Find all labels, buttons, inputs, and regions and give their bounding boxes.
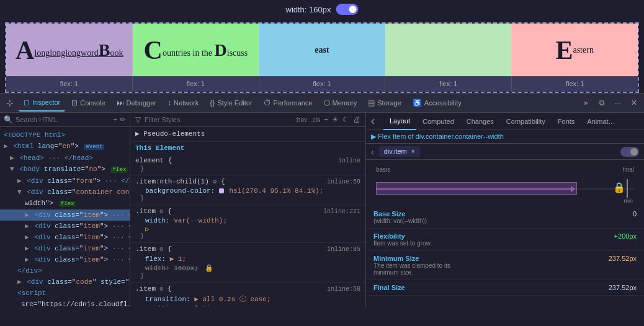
gear-nth-child[interactable]: ⚙ bbox=[213, 178, 217, 185]
tab-performance[interactable]: ⏱ Performance bbox=[259, 94, 318, 112]
tab-console-label: Console bbox=[80, 99, 105, 107]
html-item-3[interactable]: ▶ <div class="item"> ··· </div> bbox=[0, 232, 130, 243]
rule-nth-child: .item:nth-child(1) ⚙ { inline:59 backgro… bbox=[130, 175, 365, 205]
pseudo-hover-btn[interactable]: :hov bbox=[295, 117, 307, 123]
layout-tab-animat[interactable]: Animat… bbox=[581, 113, 621, 130]
layout-tab-fonts[interactable]: Fonts bbox=[552, 113, 581, 130]
prop-base-size: Base Size (width: var(--width)) 0 bbox=[366, 206, 644, 229]
html-code-div[interactable]: ▶ <div class="code" style="…none;"> ··· … bbox=[0, 276, 130, 288]
this-element-header: This Element bbox=[130, 142, 365, 154]
flex-labels-row: flex: 1 flex: 1 flex: 1 flex: 1 flex: 1 bbox=[6, 76, 638, 92]
prop-final-size: Final Size 237.52px bbox=[366, 280, 644, 296]
network-icon: ↕ bbox=[168, 99, 171, 107]
filter-styles-input[interactable] bbox=[145, 116, 292, 123]
panel-toggle[interactable] bbox=[620, 147, 639, 157]
rule-item-transition: .item ⚙ { inline:50 transition: ▶ all 0.… bbox=[130, 283, 365, 307]
flex-label-1: flex: 1 bbox=[6, 76, 133, 92]
html-item-2[interactable]: ▶ <div class="item"> ··· </div> bbox=[0, 221, 130, 232]
flex-diagram-bar: 🔒 min bbox=[376, 177, 634, 201]
tab-memory-label: Memory bbox=[333, 99, 357, 107]
prop-min-size: Minimum Size The item was clamped to its… bbox=[366, 251, 644, 280]
cursor-indicator: ▷ bbox=[135, 225, 360, 233]
html-item-1[interactable]: ▶ <div class="item"> ··· </d bbox=[0, 209, 130, 221]
tab-console[interactable]: ⊡ Console bbox=[66, 94, 110, 112]
width-indicator: width: 160px bbox=[286, 4, 359, 15]
flex-item-4 bbox=[385, 24, 512, 76]
rule-item-width-strike: width: 160px; 🔒 bbox=[135, 263, 360, 273]
add-node-btn[interactable]: + bbox=[113, 115, 117, 124]
dock-btn[interactable]: ⧉ bbox=[594, 95, 609, 110]
layout-subtabs: Layout Computed Changes Compatibility Fo… bbox=[383, 113, 644, 130]
html-item-4[interactable]: ▶ <div class="item"> ··· </div> bbox=[0, 243, 130, 254]
layout-tab-compat[interactable]: Compatibility bbox=[500, 113, 552, 130]
add-rule-btn[interactable]: + bbox=[324, 115, 328, 124]
html-panel: 🔍 + ✏ <!DOCTYPE html> ▶ <html lang="en">… bbox=[0, 113, 130, 307]
pick-element-btn[interactable]: ✏ bbox=[120, 115, 126, 124]
tab-performance-label: Performance bbox=[274, 99, 313, 107]
rule-item-width-prop: width: var(--width); bbox=[135, 216, 360, 225]
current-element-badge[interactable]: div.item ▾ bbox=[379, 146, 420, 157]
memory-icon: ⬡ bbox=[324, 99, 330, 107]
html-container-div[interactable]: ▼ <div class="container cont… bbox=[0, 187, 130, 198]
prop-flexibility: Flexibility Item was set to grow. +200px bbox=[366, 229, 644, 251]
gear-item-transition[interactable]: ⚙ bbox=[160, 286, 164, 293]
gear-item-flex[interactable]: ⚙ bbox=[160, 246, 164, 253]
html-script-src[interactable]: src="https://cdnjs.cloudfl… bbox=[0, 299, 130, 307]
tab-network-label: Network bbox=[174, 99, 199, 107]
html-form-div[interactable]: ▶ <div class="form"> ··· </div> bbox=[0, 175, 130, 187]
storage-icon: ▤ bbox=[368, 99, 375, 107]
search-html-input[interactable] bbox=[16, 116, 110, 123]
filter-icon: ▽ bbox=[135, 115, 141, 124]
tab-network[interactable]: ↕ Network bbox=[163, 94, 203, 112]
layout-tab-layout[interactable]: Layout bbox=[383, 113, 416, 130]
flex-diagram: basis final 🔒 min bbox=[366, 160, 644, 206]
layout-tab-changes[interactable]: Changes bbox=[460, 113, 500, 130]
html-doctype[interactable]: <!DOCTYPE html> bbox=[0, 130, 130, 141]
gear-item-width[interactable]: ⚙ bbox=[160, 208, 164, 215]
flex-label-5: flex: 1 bbox=[512, 76, 638, 92]
toggle-switch[interactable] bbox=[336, 4, 359, 15]
main-content: 🔍 + ✏ <!DOCTYPE html> ▶ <html lang="en">… bbox=[0, 113, 644, 307]
dark-mode-btn[interactable]: ☾ bbox=[342, 115, 349, 124]
flex-items-row: AlonglonglongwordBook Countries in the D… bbox=[6, 24, 638, 76]
html-close-div[interactable]: </div> bbox=[0, 265, 130, 276]
light-mode-btn[interactable]: ☀ bbox=[332, 115, 339, 124]
tab-inspector-label: Inspector bbox=[32, 99, 60, 106]
print-mode-btn[interactable]: 🖨 bbox=[353, 115, 360, 124]
search-bar: 🔍 + ✏ bbox=[0, 113, 130, 127]
search-icon: 🔍 bbox=[4, 115, 13, 124]
tab-style-editor[interactable]: {} Style Editor bbox=[205, 94, 257, 112]
flex-label-4: flex: 1 bbox=[385, 76, 512, 92]
console-icon: ⊡ bbox=[71, 99, 78, 107]
close-btn[interactable]: ✕ bbox=[627, 95, 642, 110]
rule-item-flex-prop: flex: ▶ 1; bbox=[135, 254, 360, 263]
tab-accessibility[interactable]: ♿ Accessibility bbox=[408, 94, 467, 112]
more-tabs-btn[interactable]: » bbox=[578, 95, 593, 110]
flex-item-breadcrumb: ▶ Flex Item of div.container.container--… bbox=[366, 130, 644, 144]
html-container-width[interactable]: width"> flex bbox=[0, 198, 130, 209]
tab-debugger[interactable]: ⏭ Debugger bbox=[112, 94, 161, 112]
tab-inspector[interactable]: ◻ Inspector bbox=[19, 94, 65, 112]
more-options-btn[interactable]: ··· bbox=[610, 95, 625, 110]
layout-properties: Base Size (width: var(--width)) 0 Flexib… bbox=[366, 206, 644, 307]
html-item-5[interactable]: ▶ <div class="item"> ··· </div> bbox=[0, 254, 130, 265]
html-tree: <!DOCTYPE html> ▶ <html lang="en"> event… bbox=[0, 127, 130, 307]
flex-item-3: east bbox=[259, 24, 385, 76]
layout-tab-computed[interactable]: Computed bbox=[416, 113, 460, 130]
style-editor-icon: {} bbox=[210, 99, 215, 107]
flex-item-1: AlonglonglongwordBook bbox=[6, 24, 133, 76]
layout-panel: Layout Computed Changes Compatibility Fo… bbox=[366, 113, 644, 307]
tab-storage[interactable]: ▤ Storage bbox=[363, 94, 406, 112]
min-label: min bbox=[624, 198, 633, 204]
flex-item-5: Eastern bbox=[511, 24, 638, 76]
layout-nav-back[interactable] bbox=[366, 113, 383, 130]
pseudo-cls-btn[interactable]: .cls bbox=[311, 117, 320, 123]
nav-prev[interactable]: ‹ bbox=[371, 147, 374, 157]
html-html[interactable]: ▶ <html lang="en"> event bbox=[0, 141, 130, 152]
rule-element: element { inline } bbox=[130, 154, 365, 175]
html-script-1[interactable]: <script bbox=[0, 288, 130, 299]
inspector-picker-btn[interactable]: ⊹ bbox=[2, 95, 17, 110]
html-head[interactable]: ▶ <head> ··· </head> bbox=[0, 152, 130, 164]
tab-memory[interactable]: ⬡ Memory bbox=[319, 94, 362, 112]
html-body[interactable]: ▼ <body translate="no"> flex bbox=[0, 164, 130, 175]
